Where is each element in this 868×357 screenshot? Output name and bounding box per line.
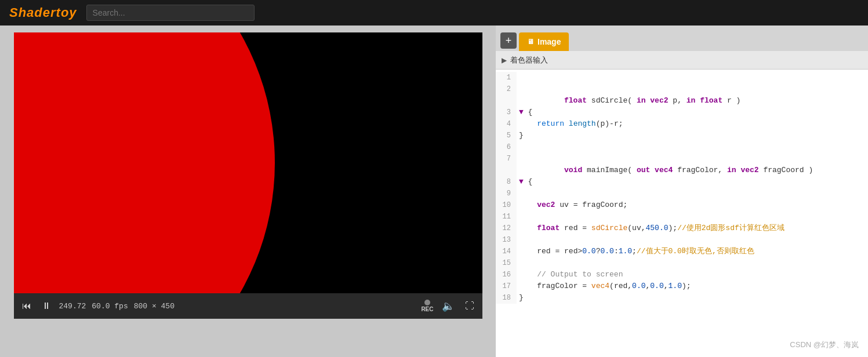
line-content-6 (517, 141, 519, 153)
line-content-2: float sdCircle( in vec2 p, in float r ) (517, 83, 740, 107)
shader-inputs-row: ▶ 着色器输入 (496, 51, 868, 70)
fullscreen-button[interactable]: ⛶ (463, 300, 477, 312)
line-content-18: } (517, 292, 524, 304)
line-num-17: 17 (496, 280, 517, 292)
line-content-16: // Output to screen (517, 269, 623, 280)
rec-dot (424, 300, 430, 305)
logo[interactable]: Shadertoy (9, 5, 77, 20)
code-editor[interactable]: 1 2 float sdCircle( in vec2 p, in float … (496, 70, 868, 357)
expand-arrow-icon[interactable]: ▶ (502, 56, 507, 64)
line-content-10: vec2 uv = fragCoord; (517, 199, 627, 211)
line-num-4: 4 (496, 118, 517, 130)
code-line-7: 7 void mainImage( out vec4 fragColor, in… (496, 153, 868, 176)
line-content-11 (517, 211, 519, 223)
rewind-button[interactable]: ⏮ (20, 300, 34, 312)
audio-button[interactable]: 🔈 (440, 298, 457, 314)
line-content-14: red = red>0.0?0.0:1.0;//值大于0.0时取无色,否则取红色 (517, 246, 754, 257)
code-line-9: 9 (496, 188, 868, 199)
line-num-5: 5 (496, 130, 517, 141)
line-content-5: } (517, 130, 524, 141)
line-content-1 (517, 72, 519, 83)
code-line-11: 11 (496, 211, 868, 223)
code-line-16: 16 // Output to screen (496, 269, 868, 280)
right-panel: + 🖥 Image ▶ 着色器输入 1 2 float sdCircle( in… (496, 26, 868, 357)
line-num-11: 11 (496, 211, 517, 223)
line-num-1: 1 (496, 72, 517, 83)
code-line-4: 4 return length(p)-r; (496, 118, 868, 130)
add-tab-button[interactable]: + (500, 32, 517, 49)
line-content-3: ▼ { (517, 107, 532, 118)
code-line-17: 17 fragColor = vec4(red,0.0,0.0,1.0); (496, 280, 868, 292)
fps-display: 60.0 fps (92, 302, 128, 311)
line-num-14: 14 (496, 246, 517, 257)
line-num-10: 10 (496, 199, 517, 211)
line-content-13 (517, 234, 519, 246)
code-line-14: 14 red = red>0.0?0.0:1.0;//值大于0.0时取无色,否则… (496, 246, 868, 257)
shader-canvas (14, 32, 482, 293)
red-circle-shape (14, 32, 275, 293)
shader-inputs-label: 着色器输入 (510, 55, 548, 65)
code-line-12: 12 float red = sdCircle(uv,450.0);//使用2d… (496, 223, 868, 234)
tabs-bar: + 🖥 Image (496, 26, 868, 51)
line-num-12: 12 (496, 223, 517, 234)
code-line-5: 5 } (496, 130, 868, 141)
code-line-2: 2 float sdCircle( in vec2 p, in float r … (496, 83, 868, 107)
search-input[interactable] (86, 5, 255, 21)
line-num-18: 18 (496, 292, 517, 304)
line-num-15: 15 (496, 257, 517, 269)
line-num-3: 3 (496, 107, 517, 118)
controls-bar: ⏮ ⏸ 249.72 60.0 fps 800 × 450 REC 🔈 ⛶ (14, 293, 482, 319)
line-num-6: 6 (496, 141, 517, 153)
tab-image-icon: 🖥 (527, 38, 534, 46)
time-display: 249.72 (59, 302, 86, 311)
code-line-18: 18 } (496, 292, 868, 304)
line-num-2: 2 (496, 83, 517, 107)
rec-label: REC (421, 306, 433, 312)
line-content-9 (517, 188, 519, 199)
tab-image[interactable]: 🖥 Image (519, 32, 569, 51)
code-line-3: 3 ▼ { (496, 107, 868, 118)
code-line-15: 15 (496, 257, 868, 269)
resolution-display: 800 × 450 (134, 302, 175, 311)
code-line-10: 10 vec2 uv = fragCoord; (496, 199, 868, 211)
line-content-17: fragColor = vec4(red,0.0,0.0,1.0); (517, 280, 691, 292)
line-content-4: return length(p)-r; (517, 118, 623, 130)
line-num-7: 7 (496, 153, 517, 176)
line-content-8: ▼ { (517, 176, 532, 188)
line-num-9: 9 (496, 188, 517, 199)
main-content: ⏮ ⏸ 249.72 60.0 fps 800 × 450 REC 🔈 ⛶ + … (0, 26, 868, 357)
code-line-1: 1 (496, 72, 868, 83)
watermark: CSDN @幻梦、海岚 (790, 340, 859, 350)
rec-button[interactable]: REC (421, 300, 433, 312)
line-num-13: 13 (496, 234, 517, 246)
tab-image-label: Image (537, 37, 561, 46)
line-num-8: 8 (496, 176, 517, 188)
line-content-7: void mainImage( out vec4 fragColor, in v… (517, 153, 813, 176)
line-content-12: float red = sdCircle(uv,450.0);//使用2d圆形s… (517, 223, 785, 234)
pause-button[interactable]: ⏸ (39, 300, 53, 312)
code-line-6: 6 (496, 141, 868, 153)
code-line-8: 8 ▼ { (496, 176, 868, 188)
code-line-13: 13 (496, 234, 868, 246)
line-num-16: 16 (496, 269, 517, 280)
topbar: Shadertoy (0, 0, 868, 26)
left-panel: ⏮ ⏸ 249.72 60.0 fps 800 × 450 REC 🔈 ⛶ (0, 26, 496, 357)
line-content-15 (517, 257, 519, 269)
